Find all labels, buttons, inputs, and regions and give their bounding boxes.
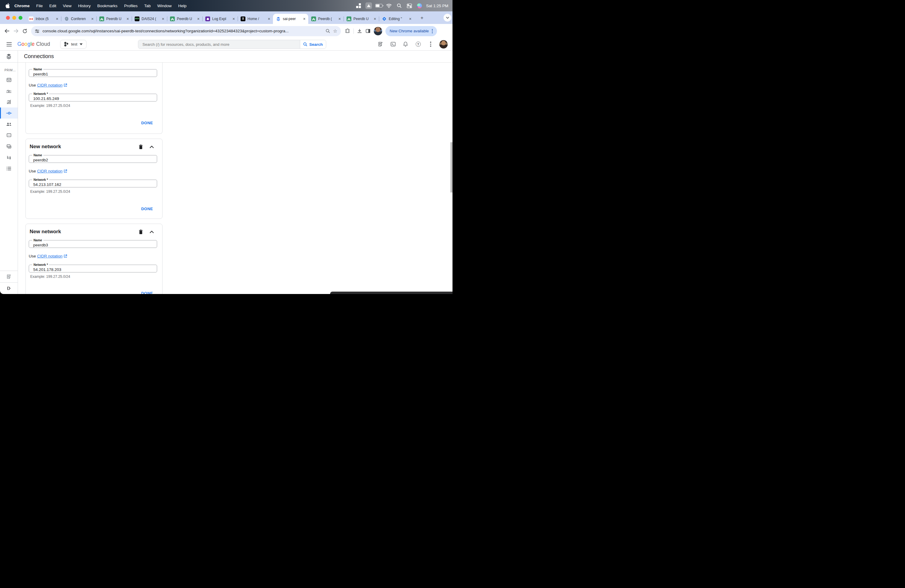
- nav-menu-icon[interactable]: [3, 40, 15, 49]
- sidebar-item-users[interactable]: [0, 119, 17, 130]
- cidr-notation-link[interactable]: CIDR notation: [37, 83, 62, 87]
- tab-dais24[interactable]: DAIS DAIS24 ( ×: [132, 14, 167, 24]
- back-button[interactable]: [2, 27, 11, 36]
- cloud-search-input[interactable]: [138, 40, 300, 49]
- wifi-icon[interactable]: [386, 2, 393, 9]
- tab-close-icon[interactable]: ×: [373, 17, 377, 21]
- tab-close-icon[interactable]: ×: [196, 17, 200, 21]
- browser-menu-icon[interactable]: [431, 29, 433, 34]
- tab-sai-peerdb-active[interactable]: sai-peer ×: [273, 14, 308, 24]
- name-input[interactable]: [29, 156, 157, 162]
- name-input[interactable]: [29, 70, 157, 77]
- sidebar-item-backups[interactable]: [0, 141, 17, 152]
- menubar-window[interactable]: Window: [154, 3, 175, 8]
- reload-button[interactable]: [21, 27, 29, 36]
- tab-close-icon[interactable]: ×: [90, 17, 95, 21]
- menubar-clock[interactable]: Sat 1:25 PM: [426, 3, 448, 8]
- url-text[interactable]: console.cloud.google.com/sql/instances/s…: [43, 29, 323, 33]
- bookmark-star-icon[interactable]: ☆: [333, 29, 337, 33]
- tab-close-icon[interactable]: ×: [338, 17, 342, 21]
- cidr-notation-link[interactable]: CIDR notation: [37, 169, 62, 173]
- tab-peerdb-4[interactable]: Peerdb U ×: [344, 14, 379, 24]
- tab-close-icon[interactable]: ×: [408, 17, 413, 21]
- tab-peerdb-3[interactable]: Peerdb ( ×: [308, 14, 344, 24]
- tab-peerdb-1[interactable]: Peerdb U ×: [96, 14, 132, 24]
- apple-menu-icon[interactable]: [5, 3, 10, 8]
- name-field[interactable]: Name: [29, 240, 157, 248]
- more-options-icon[interactable]: [427, 40, 435, 48]
- network-field[interactable]: Network *: [29, 265, 157, 272]
- tab-close-icon[interactable]: ×: [232, 17, 236, 21]
- fullscreen-window-button[interactable]: [19, 16, 22, 20]
- cidr-notation-link[interactable]: CIDR notation: [37, 254, 62, 258]
- delete-network-icon[interactable]: [138, 144, 143, 149]
- browser-profile-avatar[interactable]: [374, 27, 382, 35]
- release-notes-icon[interactable]: [376, 40, 384, 48]
- chrome-update-button[interactable]: New Chrome available: [386, 26, 437, 36]
- tab-peerdb-2[interactable]: Peerdb U ×: [167, 14, 202, 24]
- tab-close-icon[interactable]: ×: [161, 17, 165, 21]
- help-icon[interactable]: ?: [414, 40, 422, 48]
- download-icon[interactable]: [357, 29, 362, 33]
- close-window-button[interactable]: [6, 16, 10, 20]
- network-field[interactable]: Network *: [29, 94, 157, 102]
- done-button[interactable]: DONE: [141, 291, 153, 294]
- sidebar-item-connections[interactable]: [0, 108, 17, 119]
- tab-conference[interactable]: Conferen ×: [61, 14, 96, 24]
- sidebar-item-databases[interactable]: [0, 130, 17, 141]
- tab-close-icon[interactable]: ×: [267, 17, 271, 21]
- menubar-app-name[interactable]: Chrome: [11, 3, 33, 8]
- done-button[interactable]: DONE: [141, 207, 153, 211]
- tab-search-chevron[interactable]: [443, 14, 451, 22]
- done-button[interactable]: DONE: [141, 121, 153, 125]
- sidebar-item-overview[interactable]: [0, 74, 17, 85]
- cloud-shell-icon[interactable]: [389, 40, 397, 48]
- cloud-search-button[interactable]: Search: [300, 40, 326, 49]
- sidebar-item-replicas[interactable]: [0, 152, 17, 163]
- site-settings-icon[interactable]: [35, 29, 40, 33]
- tab-editing[interactable]: Editing " ×: [379, 14, 414, 24]
- name-input[interactable]: [29, 240, 157, 248]
- menubar-help[interactable]: Help: [175, 3, 190, 8]
- tab-close-icon[interactable]: ×: [55, 17, 59, 21]
- address-bar[interactable]: console.cloud.google.com/sql/instances/s…: [31, 26, 341, 36]
- menubar-bookmarks[interactable]: Bookmarks: [94, 3, 121, 8]
- vertical-scrollbar[interactable]: [450, 142, 452, 192]
- notifications-bell-icon[interactable]: [402, 40, 410, 48]
- minimize-window-button[interactable]: [12, 16, 16, 20]
- project-selector[interactable]: test: [60, 40, 86, 49]
- collapse-card-icon[interactable]: [150, 230, 154, 233]
- sidebar-item-operations[interactable]: [0, 163, 17, 174]
- new-tab-button[interactable]: +: [418, 14, 426, 22]
- account-avatar[interactable]: [439, 40, 448, 49]
- extensions-icon[interactable]: [345, 29, 350, 33]
- tab-close-icon[interactable]: ×: [126, 17, 130, 21]
- menubar-file[interactable]: File: [33, 3, 46, 8]
- delete-network-icon[interactable]: [138, 229, 143, 234]
- battery-icon[interactable]: [375, 2, 383, 9]
- tab-log-explorer[interactable]: Log Expl ×: [202, 14, 238, 24]
- collapse-card-icon[interactable]: [150, 146, 154, 148]
- menubar-tab[interactable]: Tab: [141, 3, 154, 8]
- triangle-app-icon[interactable]: [365, 2, 372, 9]
- menubar-edit[interactable]: Edit: [46, 3, 60, 8]
- menubar-view[interactable]: View: [60, 3, 75, 8]
- name-field[interactable]: Name: [29, 155, 157, 163]
- forward-button[interactable]: [11, 27, 21, 36]
- spotlight-search-icon[interactable]: [395, 2, 403, 9]
- siri-icon[interactable]: [416, 2, 423, 9]
- tab-x-home[interactable]: X Home / ×: [238, 14, 273, 24]
- side-panel-icon[interactable]: [365, 29, 370, 33]
- google-cloud-logo[interactable]: Google Cloud: [17, 41, 50, 47]
- sidebar-item-activity[interactable]: [0, 85, 17, 96]
- release-notes-button[interactable]: [0, 271, 17, 282]
- control-center-icon[interactable]: [406, 2, 413, 9]
- tab-close-icon[interactable]: ×: [302, 17, 306, 21]
- sidebar-item-observability[interactable]: [0, 96, 17, 108]
- tab-inbox[interactable]: Inbox (5 ×: [26, 14, 61, 24]
- menubar-profiles[interactable]: Profiles: [121, 3, 141, 8]
- name-field[interactable]: Name: [29, 69, 157, 77]
- menubar-history[interactable]: History: [75, 3, 94, 8]
- network-field[interactable]: Network *: [29, 180, 157, 188]
- tiles-app-icon[interactable]: [355, 2, 362, 9]
